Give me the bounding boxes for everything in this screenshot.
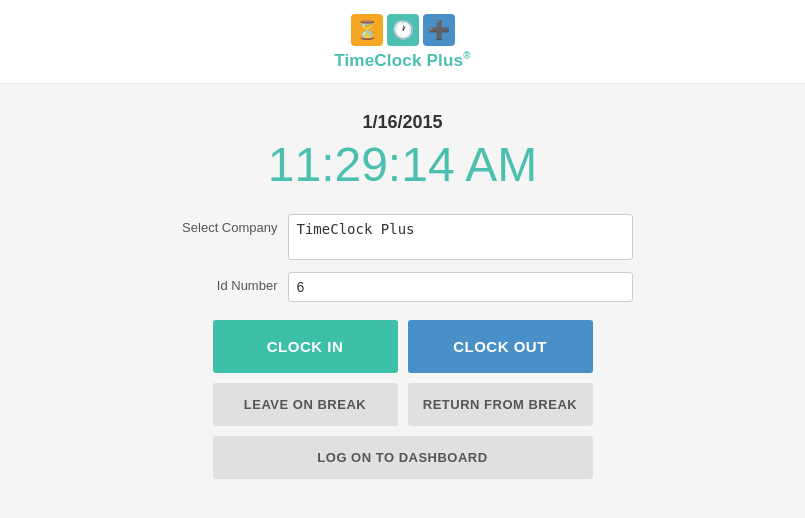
form-area: Select Company Id Number [173, 214, 633, 302]
id-input[interactable] [288, 272, 633, 302]
time-display: 11:29:14 AM [268, 137, 538, 192]
dashboard-button[interactable]: LOG ON TO DASHBOARD [213, 436, 593, 479]
title-text: TimeClock Plus [334, 51, 463, 70]
secondary-btn-row: LEAVE ON BREAK RETURN FROM BREAK [213, 383, 593, 426]
clock-icon: 🕐 [387, 14, 419, 46]
app-title: TimeClock Plus® [334, 50, 471, 71]
company-row: Select Company [173, 214, 633, 260]
plus-icon: ➕ [423, 14, 455, 46]
id-label: Id Number [173, 272, 278, 293]
trademark: ® [463, 50, 471, 61]
leave-break-button[interactable]: LEAVE ON BREAK [213, 383, 398, 426]
company-label: Select Company [173, 214, 278, 235]
main-content: 1/16/2015 11:29:14 AM Select Company Id … [0, 84, 805, 518]
id-row: Id Number [173, 272, 633, 302]
company-input[interactable] [288, 214, 633, 260]
buttons-area: CLOCK IN CLOCK OUT LEAVE ON BREAK RETURN… [213, 320, 593, 479]
app-header: ⏳ 🕐 ➕ TimeClock Plus® [0, 0, 805, 84]
date-display: 1/16/2015 [362, 112, 442, 133]
logo-icons: ⏳ 🕐 ➕ [351, 14, 455, 46]
clock-out-button[interactable]: CLOCK OUT [408, 320, 593, 373]
hourglass-icon: ⏳ [351, 14, 383, 46]
primary-btn-row: CLOCK IN CLOCK OUT [213, 320, 593, 373]
clock-in-button[interactable]: CLOCK IN [213, 320, 398, 373]
return-break-button[interactable]: RETURN FROM BREAK [408, 383, 593, 426]
